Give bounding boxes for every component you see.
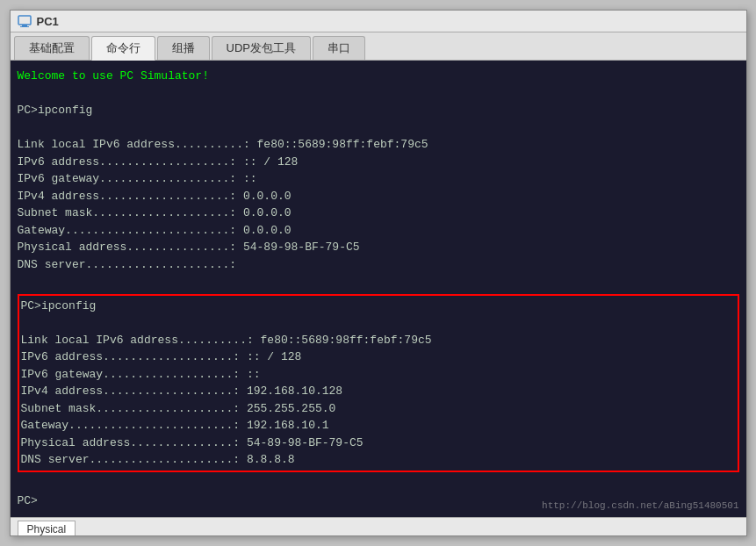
terminal-line: PC>ipconfig (18, 102, 739, 119)
tab-serial[interactable]: 串口 (313, 36, 365, 60)
tab-command-line[interactable]: 命令行 (91, 36, 155, 61)
highlight-section: PC>ipconfig Link local IPv6 address.....… (18, 294, 739, 472)
terminal-line (18, 119, 739, 137)
terminal-line: Subnet mask....................: 255.255… (21, 400, 736, 418)
svg-rect-0 (18, 16, 31, 25)
terminal-line: Gateway........................: 192.168… (21, 417, 736, 435)
terminal-line: Welcome to use PC Simulator! (18, 68, 739, 85)
terminal-line: Gateway........................: 0.0.0.0 (18, 222, 739, 240)
terminal-line: Subnet mask....................: 0.0.0.0 (18, 205, 739, 222)
tab-basic-config[interactable]: 基础配置 (14, 36, 90, 60)
terminal-line: DNS server.....................: 8.8.8.8 (21, 451, 736, 469)
terminal-wrapper: Welcome to use PC Simulator! PC>ipconfig… (11, 61, 746, 535)
terminal-line (18, 273, 739, 291)
terminal-line: Physical address...............: 54-89-9… (21, 435, 736, 452)
svg-rect-1 (22, 25, 27, 26)
window-title: PC1 (37, 15, 59, 28)
terminal-line (18, 85, 739, 103)
title-bar: PC1 (11, 11, 746, 32)
tab-udp-tool[interactable]: UDP发包工具 (212, 36, 311, 60)
terminal-line: IPv4 address...................: 0.0.0.0 (18, 188, 739, 205)
terminal[interactable]: Welcome to use PC Simulator! PC>ipconfig… (11, 61, 746, 517)
bottom-bar: Physical (11, 517, 746, 536)
terminal-line: IPv6 address...................: :: / 12… (18, 154, 739, 171)
terminal-line (21, 314, 736, 332)
main-window: PC1 基础配置 命令行 组播 UDP发包工具 串口 Welcome to us… (10, 10, 747, 536)
terminal-line: IPv6 gateway...................: :: (18, 170, 739, 188)
bottom-tab-bar: Physical (18, 521, 76, 535)
terminal-line: IPv4 address...................: 192.168… (21, 383, 736, 400)
watermark: http://blog.csdn.net/aBing51480501 (542, 499, 738, 514)
tab-bar: 基础配置 命令行 组播 UDP发包工具 串口 (11, 32, 746, 61)
tab-content: Welcome to use PC Simulator! PC>ipconfig… (11, 61, 746, 535)
terminal-line: Physical address...............: 54-89-9… (18, 239, 739, 256)
svg-rect-2 (20, 26, 29, 27)
terminal-line: Link local IPv6 address..........: fe80:… (18, 136, 739, 154)
terminal-line: PC>ipconfig (21, 298, 736, 315)
terminal-line (18, 476, 739, 493)
terminal-line: IPv6 address...................: :: / 12… (21, 348, 736, 366)
bottom-tab-physical[interactable]: Physical (18, 521, 76, 535)
tab-multicast[interactable]: 组播 (157, 36, 210, 60)
pc-icon (18, 14, 32, 28)
terminal-line: IPv6 gateway...................: :: (21, 366, 736, 384)
terminal-line: Link local IPv6 address..........: fe80:… (21, 332, 736, 349)
terminal-line: DNS server.....................: (18, 256, 739, 274)
